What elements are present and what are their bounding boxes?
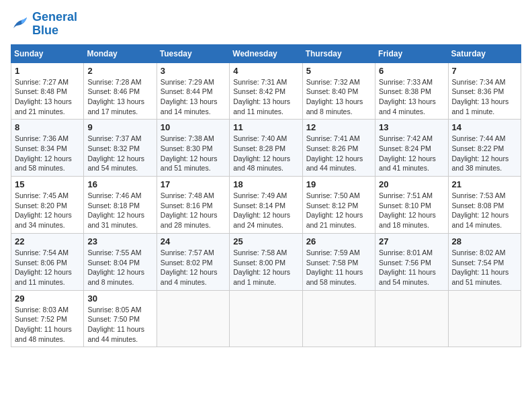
day-info: Sunrise: 7:38 AMSunset: 8:30 PMDaylight:… xyxy=(161,134,226,173)
calendar-cell: 27Sunrise: 8:01 AMSunset: 7:56 PMDayligh… xyxy=(375,233,448,290)
day-number: 6 xyxy=(379,66,444,76)
day-header-tuesday: Tuesday xyxy=(157,44,229,62)
day-number: 21 xyxy=(452,179,517,189)
calendar-cell: 28Sunrise: 8:02 AMSunset: 7:54 PMDayligh… xyxy=(448,233,521,290)
day-header-wednesday: Wednesday xyxy=(230,44,302,62)
logo-icon xyxy=(11,16,30,32)
day-number: 26 xyxy=(306,236,371,246)
day-number: 12 xyxy=(306,122,371,132)
calendar-cell: 24Sunrise: 7:57 AMSunset: 8:02 PMDayligh… xyxy=(157,233,229,290)
day-number: 2 xyxy=(87,66,152,76)
day-info: Sunrise: 7:27 AMSunset: 8:48 PMDaylight:… xyxy=(15,77,80,117)
day-number: 1 xyxy=(15,66,80,76)
calendar-cell: 17Sunrise: 7:48 AMSunset: 8:16 PMDayligh… xyxy=(157,177,229,234)
day-info: Sunrise: 7:32 AMSunset: 8:40 PMDaylight:… xyxy=(306,77,371,117)
day-info: Sunrise: 7:36 AMSunset: 8:34 PMDaylight:… xyxy=(15,134,80,173)
day-number: 24 xyxy=(161,236,226,246)
day-number: 4 xyxy=(233,66,298,76)
day-info: Sunrise: 8:02 AMSunset: 7:54 PMDaylight:… xyxy=(452,248,517,287)
calendar-cell: 4Sunrise: 7:31 AMSunset: 8:42 PMDaylight… xyxy=(230,62,302,120)
day-info: Sunrise: 7:37 AMSunset: 8:32 PMDaylight:… xyxy=(87,134,152,173)
day-number: 3 xyxy=(161,66,226,76)
day-header-thursday: Thursday xyxy=(302,44,375,62)
calendar-cell: 29Sunrise: 8:03 AMSunset: 7:52 PMDayligh… xyxy=(11,290,84,347)
day-number: 16 xyxy=(87,179,152,189)
day-info: Sunrise: 7:44 AMSunset: 8:22 PMDaylight:… xyxy=(452,134,517,173)
day-info: Sunrise: 7:29 AMSunset: 8:44 PMDaylight:… xyxy=(161,77,226,117)
day-info: Sunrise: 7:53 AMSunset: 8:08 PMDaylight:… xyxy=(452,191,517,230)
calendar-cell: 3Sunrise: 7:29 AMSunset: 8:44 PMDaylight… xyxy=(157,62,229,120)
day-number: 28 xyxy=(452,236,517,246)
day-info: Sunrise: 7:58 AMSunset: 8:00 PMDaylight:… xyxy=(233,248,298,287)
day-info: Sunrise: 7:54 AMSunset: 8:06 PMDaylight:… xyxy=(15,248,80,287)
day-number: 11 xyxy=(233,122,298,132)
day-number: 17 xyxy=(161,179,226,189)
calendar-cell: 14Sunrise: 7:44 AMSunset: 8:22 PMDayligh… xyxy=(448,120,521,177)
day-number: 29 xyxy=(15,293,80,304)
calendar-cell: 16Sunrise: 7:46 AMSunset: 8:18 PMDayligh… xyxy=(84,177,157,234)
day-info: Sunrise: 7:51 AMSunset: 8:10 PMDaylight:… xyxy=(379,191,444,230)
calendar-cell: 9Sunrise: 7:37 AMSunset: 8:32 PMDaylight… xyxy=(84,120,157,177)
calendar-cell xyxy=(230,290,302,347)
calendar-cell xyxy=(375,290,448,347)
day-info: Sunrise: 7:33 AMSunset: 8:38 PMDaylight:… xyxy=(379,77,444,117)
day-number: 20 xyxy=(379,179,444,189)
calendar-cell: 18Sunrise: 7:49 AMSunset: 8:14 PMDayligh… xyxy=(230,177,302,234)
calendar-cell: 19Sunrise: 7:50 AMSunset: 8:12 PMDayligh… xyxy=(302,177,375,234)
page-header: General Blue xyxy=(11,11,521,38)
calendar-cell xyxy=(157,290,229,347)
calendar-cell: 20Sunrise: 7:51 AMSunset: 8:10 PMDayligh… xyxy=(375,177,448,234)
day-number: 14 xyxy=(452,122,517,132)
calendar-cell: 25Sunrise: 7:58 AMSunset: 8:00 PMDayligh… xyxy=(230,233,302,290)
day-info: Sunrise: 7:40 AMSunset: 8:28 PMDaylight:… xyxy=(233,134,298,173)
calendar-cell: 22Sunrise: 7:54 AMSunset: 8:06 PMDayligh… xyxy=(11,233,84,290)
day-info: Sunrise: 7:59 AMSunset: 7:58 PMDaylight:… xyxy=(306,248,371,287)
day-number: 27 xyxy=(379,236,444,246)
day-info: Sunrise: 7:45 AMSunset: 8:20 PMDaylight:… xyxy=(15,191,80,230)
calendar-cell: 13Sunrise: 7:42 AMSunset: 8:24 PMDayligh… xyxy=(375,120,448,177)
calendar-cell: 15Sunrise: 7:45 AMSunset: 8:20 PMDayligh… xyxy=(11,177,84,234)
day-info: Sunrise: 7:41 AMSunset: 8:26 PMDaylight:… xyxy=(306,134,371,173)
day-number: 13 xyxy=(379,122,444,132)
day-info: Sunrise: 7:49 AMSunset: 8:14 PMDaylight:… xyxy=(233,191,298,230)
calendar-cell: 2Sunrise: 7:28 AMSunset: 8:46 PMDaylight… xyxy=(84,62,157,120)
calendar-table: SundayMondayTuesdayWednesdayThursdayFrid… xyxy=(11,44,521,348)
day-number: 10 xyxy=(161,122,226,132)
day-info: Sunrise: 7:28 AMSunset: 8:46 PMDaylight:… xyxy=(87,77,152,117)
day-info: Sunrise: 7:46 AMSunset: 8:18 PMDaylight:… xyxy=(87,191,152,230)
day-number: 23 xyxy=(87,236,152,246)
day-number: 5 xyxy=(306,66,371,76)
calendar-cell: 26Sunrise: 7:59 AMSunset: 7:58 PMDayligh… xyxy=(302,233,375,290)
day-info: Sunrise: 8:05 AMSunset: 7:50 PMDaylight:… xyxy=(87,305,152,345)
day-number: 19 xyxy=(306,179,371,189)
day-number: 25 xyxy=(233,236,298,246)
calendar-cell: 21Sunrise: 7:53 AMSunset: 8:08 PMDayligh… xyxy=(448,177,521,234)
day-number: 15 xyxy=(15,179,80,189)
day-info: Sunrise: 7:57 AMSunset: 8:02 PMDaylight:… xyxy=(161,248,226,287)
calendar-cell: 1Sunrise: 7:27 AMSunset: 8:48 PMDaylight… xyxy=(11,62,84,120)
day-header-saturday: Saturday xyxy=(448,44,521,62)
calendar-cell xyxy=(302,290,375,347)
day-info: Sunrise: 7:48 AMSunset: 8:16 PMDaylight:… xyxy=(161,191,226,230)
day-info: Sunrise: 7:42 AMSunset: 8:24 PMDaylight:… xyxy=(379,134,444,173)
day-number: 22 xyxy=(15,236,80,246)
logo-text: General Blue xyxy=(32,11,77,38)
day-info: Sunrise: 7:50 AMSunset: 8:12 PMDaylight:… xyxy=(306,191,371,230)
day-info: Sunrise: 7:34 AMSunset: 8:36 PMDaylight:… xyxy=(452,77,517,117)
calendar-cell: 30Sunrise: 8:05 AMSunset: 7:50 PMDayligh… xyxy=(84,290,157,347)
day-header-friday: Friday xyxy=(375,44,448,62)
calendar-cell xyxy=(448,290,521,347)
calendar-cell: 5Sunrise: 7:32 AMSunset: 8:40 PMDaylight… xyxy=(302,62,375,120)
day-info: Sunrise: 8:03 AMSunset: 7:52 PMDaylight:… xyxy=(15,305,80,345)
logo: General Blue xyxy=(11,11,77,38)
day-number: 9 xyxy=(87,122,152,132)
calendar-cell: 11Sunrise: 7:40 AMSunset: 8:28 PMDayligh… xyxy=(230,120,302,177)
day-number: 30 xyxy=(87,293,152,304)
day-info: Sunrise: 7:55 AMSunset: 8:04 PMDaylight:… xyxy=(87,248,152,287)
calendar-cell: 23Sunrise: 7:55 AMSunset: 8:04 PMDayligh… xyxy=(84,233,157,290)
day-number: 8 xyxy=(15,122,80,132)
day-header-sunday: Sunday xyxy=(11,44,84,62)
calendar-cell: 6Sunrise: 7:33 AMSunset: 8:38 PMDaylight… xyxy=(375,62,448,120)
day-info: Sunrise: 7:31 AMSunset: 8:42 PMDaylight:… xyxy=(233,77,298,117)
day-number: 18 xyxy=(233,179,298,189)
